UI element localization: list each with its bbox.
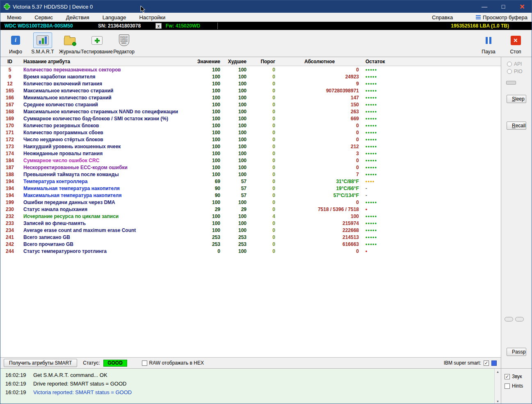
window-title: Victoria 5.37 HDD/SSD | Device 0	[13, 4, 475, 10]
cell-absolute: 214513	[279, 234, 361, 240]
maximize-button[interactable]: □	[494, 0, 513, 13]
info-tab[interactable]: i Инфо	[4, 32, 27, 55]
pause-icon	[486, 37, 491, 44]
cell-health: •••••	[361, 67, 393, 73]
editor-tab[interactable]: 010110 110011 101000 0001 Редактор	[112, 32, 136, 55]
cell-absolute: 150	[279, 102, 361, 108]
cell-name: Количество включений питания	[19, 81, 196, 87]
cell-value: 100	[196, 227, 224, 233]
cell-name: Минимальная температура накопителя	[19, 186, 196, 191]
cell-name: Наихудший уровень изношенных ячеек	[19, 144, 196, 149]
table-row[interactable]: 12Количество включений питания10010009••…	[0, 80, 501, 87]
table-row[interactable]: 172Число неудачно стёртых блоков10010000…	[0, 136, 501, 143]
victoria-window: Victoria 5.37 HDD/SSD | Device 0 — □ ✕ М…	[0, 0, 532, 404]
table-row[interactable]: 171Количество программных сбоев10010000•…	[0, 129, 501, 136]
table-row[interactable]: 184Суммарное число ошибок CRC10010000•••…	[0, 157, 501, 164]
header-health[interactable]: Остаток	[361, 59, 393, 64]
table-row[interactable]: 187Нескорректированные ECC-кодом ошибки1…	[0, 164, 501, 171]
log-scrollbar[interactable]: ▲ ▼	[494, 369, 501, 404]
table-row[interactable]: 168Максимальное количество стираемых NAN…	[0, 108, 501, 115]
table-row[interactable]: 242Всего прочитано GB2532530616663•••••	[0, 241, 501, 248]
table-row[interactable]: 232Исчерпание ресурса по циклам записи10…	[0, 213, 501, 220]
scroll-up-icon[interactable]: ▲	[495, 369, 501, 375]
cell-worst: 100	[224, 151, 250, 156]
table-row[interactable]: 234Average erase count and maximum erase…	[0, 227, 501, 234]
table-row[interactable]: 167Среднее количество стираний1001000150…	[0, 101, 501, 108]
cell-threshold: 0	[250, 144, 279, 149]
passp-button[interactable]: Passp	[507, 348, 526, 356]
table-row[interactable]: 170Количество резервных блоков10010000••…	[0, 122, 501, 129]
table-row[interactable]: 173Наихудший уровень изношенных ячеек100…	[0, 143, 501, 150]
sound-checkbox[interactable]: ✓ Звук	[505, 374, 532, 379]
minimize-button[interactable]: —	[475, 0, 494, 13]
table-row[interactable]: 165Максимальное количество стираний10010…	[0, 87, 501, 94]
scroll-down-icon[interactable]: ▼	[495, 398, 501, 404]
cell-id: 184	[0, 158, 19, 163]
api-radio[interactable]: API	[507, 61, 522, 67]
cell-worst: 57	[224, 186, 250, 191]
sleep-button[interactable]: Sleep	[507, 95, 526, 103]
get-smart-button[interactable]: Получить атрибуты SMART	[4, 359, 77, 367]
cell-id: 194	[0, 193, 19, 198]
pause-button[interactable]: Пауза	[477, 32, 500, 55]
cell-absolute: 907280398971	[279, 88, 361, 94]
device-x-badge[interactable]: x	[155, 23, 162, 29]
cell-health: •••••	[361, 137, 393, 142]
menu-item[interactable]: Настройки	[132, 14, 172, 21]
cell-value: 253	[196, 234, 224, 240]
log-line: 16:02:19Drive reported: SMART status = G…	[5, 379, 491, 388]
cell-name: Количество переназначенных секторов	[19, 67, 196, 73]
table-row[interactable]: 166Минимальное количество стираний100100…	[0, 94, 501, 101]
smart-tab[interactable]: S.M.A.R.T	[31, 32, 55, 55]
table-row[interactable]: 199Ошибки передачи данных через DMA10010…	[0, 199, 501, 206]
table-row[interactable]: 174Неожиданные провалы питания10010003••…	[0, 150, 501, 157]
menu-item[interactable]: Меню	[0, 14, 28, 21]
raw-hex-checkbox[interactable]: RAW отображать в HEX	[142, 360, 204, 366]
header-value[interactable]: Значение	[196, 59, 224, 64]
cell-value: 100	[196, 67, 224, 73]
log-line: 16:02:19Victoria reported: SMART status …	[5, 388, 491, 397]
header-absolute[interactable]: Абсолютное	[279, 59, 361, 64]
buffer-view-button[interactable]: Просмотр буфера	[459, 14, 532, 21]
header-threshold[interactable]: Порог	[250, 59, 279, 64]
table-row[interactable]: 5Количество переназначенных секторов1001…	[0, 66, 501, 73]
stop-button[interactable]: ✕ Стоп	[504, 32, 527, 55]
cell-worst: 100	[224, 81, 250, 87]
menu-item-help[interactable]: Справка	[425, 14, 459, 21]
cell-threshold: 0	[250, 123, 279, 129]
table-row[interactable]: 233Записей во флеш-память1001000215974••…	[0, 220, 501, 227]
table-row[interactable]: 188Превышений таймаута после команды1001…	[0, 171, 501, 178]
cell-name: Максимальное количество стираемых NAND п…	[19, 109, 196, 115]
cell-id: 169	[0, 116, 19, 122]
header-worst[interactable]: Худшее	[224, 59, 250, 64]
journals-tab[interactable]: Журналы	[58, 32, 82, 55]
header-attribute-name[interactable]: Название атрибута	[19, 59, 196, 64]
bottom-row: 16:02:19Get S.M.A.R.T. command... OK16:0…	[0, 368, 532, 404]
menu-item[interactable]: Сервис	[28, 14, 59, 21]
table-row[interactable]: 230Статус начала подыхания292907518 / 53…	[0, 206, 501, 213]
status-badge: GOOD	[103, 360, 127, 367]
table-row[interactable]: 244Статус температурного тротлинга010000…	[0, 248, 501, 255]
ibm-color-box[interactable]	[491, 360, 497, 366]
cell-absolute: 222668	[279, 227, 361, 233]
table-row[interactable]: 9Время наработки накопителя100100024923•…	[0, 73, 501, 80]
table-row[interactable]: 194Минимальная температура накопителя905…	[0, 185, 501, 192]
recall-button[interactable]: Recall	[507, 122, 526, 130]
table-row[interactable]: 194Максимальная температура накопителя90…	[0, 192, 501, 199]
menu-item[interactable]: Действия	[59, 14, 96, 21]
table-row[interactable]: 194Температура контроллера6957031°C/88°F…	[0, 178, 501, 185]
table-row[interactable]: 169Суммарное количество бэд-блоков / SMI…	[0, 115, 501, 122]
testing-tab[interactable]: Тестирование	[85, 32, 109, 55]
cell-threshold: 0	[250, 130, 279, 135]
table-header: ID Название атрибута Значение Худшее Пор…	[0, 57, 501, 66]
table-row[interactable]: 241Всего записано GB2532530214513•••••	[0, 234, 501, 241]
close-button[interactable]: ✕	[513, 0, 532, 13]
pio-radio[interactable]: PIO	[507, 69, 523, 74]
cell-value: 90	[196, 186, 224, 191]
cell-absolute: 0	[279, 130, 361, 135]
menu-item[interactable]: Language	[96, 14, 133, 21]
ibm-checkbox[interactable]: ✓	[484, 360, 489, 366]
header-id[interactable]: ID	[0, 59, 19, 64]
hints-checkbox[interactable]: Hints	[505, 383, 532, 389]
cell-name: Число неудачно стёртых блоков	[19, 137, 196, 142]
